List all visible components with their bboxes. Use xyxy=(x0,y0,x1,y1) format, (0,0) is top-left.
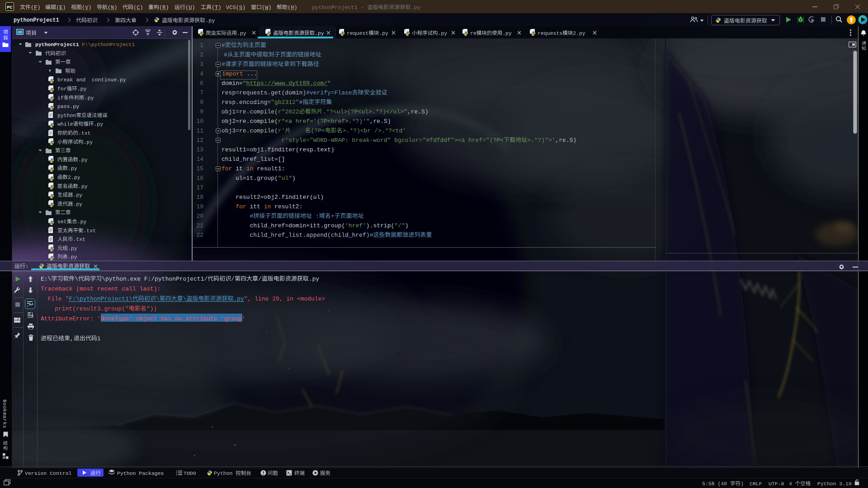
svg-text:PC: PC xyxy=(7,5,13,9)
